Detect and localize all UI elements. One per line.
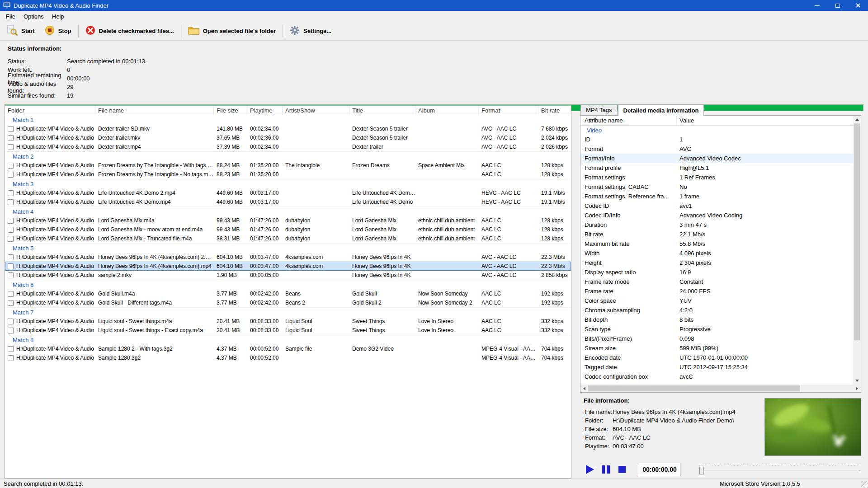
attribute-row[interactable]: Format settings, CABACNo [580,182,853,192]
attribute-row[interactable]: Color spaceYUV [580,296,853,305]
tab-detailed-media-information[interactable]: Detailed media information [618,104,704,116]
scroll-up-button[interactable] [853,116,861,123]
row-checkbox[interactable] [8,291,14,297]
row-checkbox[interactable] [8,355,14,361]
attribute-row[interactable]: Codec IDavc1 [580,201,853,211]
table-row[interactable]: H:\Duplicate MP4 Video & Audio Fi...Dext… [5,142,571,151]
attribute-row[interactable]: Encoded dateUTC 1970-01-01 00:00:00 [580,353,853,362]
row-checkbox[interactable] [8,236,14,242]
row-checkbox[interactable] [8,300,14,306]
attribute-row[interactable]: Bit depth8 bits [580,315,853,324]
table-row[interactable]: H:\Duplicate MP4 Video & Audio Fi...Froz… [5,161,571,170]
attribute-row[interactable]: Format profileHigh@L5.1 [580,163,853,173]
close-button[interactable] [848,0,868,11]
table-row[interactable]: H:\Duplicate MP4 Video & Audio Fi...Lord… [5,225,571,234]
value-column-header[interactable]: Value [677,117,694,124]
column-header-file-name[interactable]: File name [95,106,214,115]
table-row[interactable]: H:\Duplicate MP4 Video & Audio Fi...Dext… [5,124,571,133]
attribute-row[interactable]: Height2 304 pixels [580,258,853,267]
row-checkbox[interactable] [8,126,14,132]
row-checkbox[interactable] [8,272,14,278]
horizontal-scroll-thumb[interactable] [588,385,800,391]
attribute-row[interactable]: Maximum bit rate55.8 Mb/s [580,239,853,249]
table-row[interactable]: H:\Duplicate MP4 Video & Audio Fi...Liqu… [5,326,571,335]
attribute-row[interactable]: Bit rate22.1 Mb/s [580,230,853,239]
attribute-row[interactable]: Format/InfoAdvanced Video Codec [580,154,853,163]
attribute-row[interactable]: Format settings, Reference fra...1 frame [580,192,853,201]
start-button[interactable]: Start [2,22,40,40]
resize-grip[interactable] [861,481,868,488]
table-row[interactable]: H:\Duplicate MP4 Video & Audio Fi...Samp… [5,353,571,362]
table-row[interactable]: H:\Duplicate MP4 Video & Audio Fi...Liqu… [5,317,571,326]
settings-button[interactable]: Settings... [285,23,336,39]
play-button[interactable] [583,463,596,476]
column-header-format[interactable]: Format [479,106,538,115]
stop-playback-button[interactable] [615,463,629,476]
row-checkbox[interactable] [8,218,14,224]
attribute-row[interactable]: Stream size599 MiB (99%) [580,343,853,353]
table-row[interactable]: H:\Duplicate MP4 Video & Audio Fi...Samp… [5,344,571,353]
tab-mp4-tags[interactable]: MP4 Tags [580,105,618,115]
row-checkbox[interactable] [8,190,14,196]
attribute-row[interactable]: Frame rate24.000 FPS [580,286,853,296]
table-row[interactable]: H:\Duplicate MP4 Video & Audio Fi...Hone… [5,262,571,271]
table-row[interactable]: H:\Duplicate MP4 Video & Audio Fi...Lord… [5,216,571,225]
attribute-row[interactable]: Frame rate modeConstant [580,277,853,286]
attribute-row[interactable]: Duration3 min 47 s [580,220,853,230]
column-header-album[interactable]: Album [415,106,479,115]
vertical-scrollbar[interactable] [853,116,861,385]
table-row[interactable]: H:\Duplicate MP4 Video & Audio Fi...Gold… [5,298,571,307]
attribute-row[interactable]: ID1 [580,135,853,144]
row-checkbox[interactable] [8,319,14,324]
open-folder-button[interactable]: Open selected file's folder [183,23,281,39]
attribute-row[interactable]: Codec ID/InfoAdvanced Video Coding [580,211,853,220]
table-row[interactable]: H:\Duplicate MP4 Video & Audio Fi...Hone… [5,253,571,262]
row-checkbox[interactable] [8,227,14,233]
attribute-row[interactable]: Chroma subsampling4:2:0 [580,305,853,315]
column-header-artist-show[interactable]: Artist/Show [283,106,349,115]
attribute-name-column-header[interactable]: Attribute name [580,116,677,125]
table-row[interactable]: H:\Duplicate MP4 Video & Audio Fi...Dext… [5,133,571,142]
attribute-row[interactable]: Format settings1 Ref Frames [580,173,853,182]
table-row[interactable]: H:\Duplicate MP4 Video & Audio Fi...Gold… [5,289,571,298]
attribute-row[interactable]: Display aspect ratio16:9 [580,267,853,277]
delete-button[interactable]: Delete checkmarked files... [80,23,179,39]
table-row[interactable]: H:\Duplicate MP4 Video & Audio Fi...Life… [5,188,571,197]
attribute-row[interactable]: Bits/(Pixel*Frame)0.098 [580,334,853,343]
row-checkbox[interactable] [8,135,14,141]
row-checkbox[interactable] [8,144,14,150]
row-checkbox[interactable] [8,163,14,169]
column-header-folder[interactable]: Folder [5,106,95,115]
table-row[interactable]: H:\Duplicate MP4 Video & Audio Fi...Life… [5,197,571,206]
scroll-left-button[interactable] [580,385,588,392]
menu-item-help[interactable]: Help [48,12,68,21]
menu-item-file[interactable]: File [2,12,19,21]
table-row[interactable]: H:\Duplicate MP4 Video & Audio Fi...Froz… [5,170,571,179]
row-checkbox[interactable] [8,172,14,178]
row-checkbox[interactable] [8,263,14,269]
scroll-down-button[interactable] [853,377,861,385]
minimize-button[interactable] [807,0,827,11]
row-checkbox[interactable] [8,328,14,333]
seek-thumb[interactable] [699,467,704,474]
table-row[interactable]: H:\Duplicate MP4 Video & Audio Fi...samp… [5,271,571,280]
row-checkbox[interactable] [8,254,14,260]
maximize-button[interactable] [827,0,848,11]
attribute-row[interactable]: Tagged dateUTC 2012-09-17 15:25:34 [580,362,853,372]
column-header-playtime[interactable]: Playtime [247,106,283,115]
row-checkbox[interactable] [8,346,14,352]
attribute-row[interactable]: FormatAVC [580,144,853,154]
attribute-row[interactable]: Width4 096 pixels [580,249,853,258]
row-checkbox[interactable] [8,199,14,205]
menu-item-options[interactable]: Options [19,12,48,21]
vertical-scroll-thumb[interactable] [854,123,860,340]
column-header-title[interactable]: Title [349,106,415,115]
attribute-row[interactable]: Scan typeProgressive [580,324,853,334]
seek-slider[interactable] [699,463,860,476]
attribute-row[interactable]: Codec configuration boxavcC [580,372,853,381]
scroll-right-button[interactable] [853,385,861,392]
column-header-bit-rate[interactable]: Bit rate [538,106,571,115]
horizontal-scrollbar[interactable] [580,385,861,392]
table-row[interactable]: H:\Duplicate MP4 Video & Audio Fi...Lord… [5,234,571,243]
stop-button[interactable]: Stop [40,23,76,39]
